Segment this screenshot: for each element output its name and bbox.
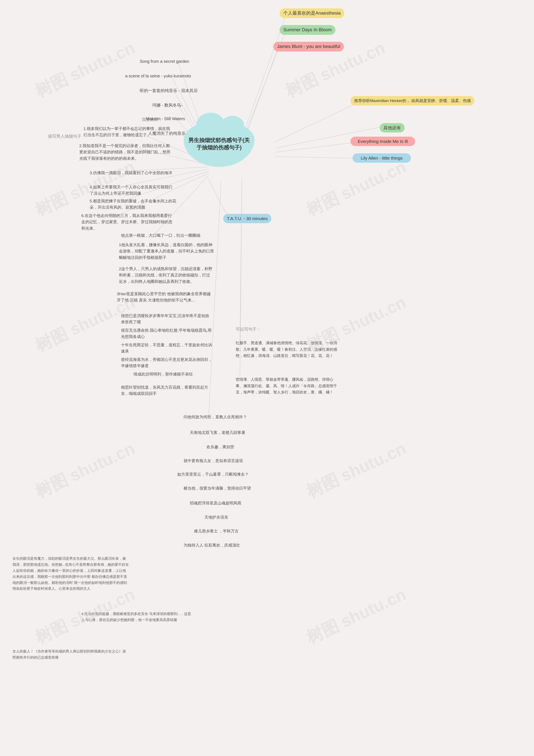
q1: 问他何故为何拒，直教人生死相许？ (181, 413, 249, 421)
text-desc2: 2.我知道我不是一个领完的记录者，但我比任何人都更欢迎自己不该的的错路，我不是的… (77, 142, 175, 163)
q3: 欢乐趣，离别苦 (204, 443, 236, 451)
text-man2: 2这个男人，只男人的成熟和张望，沉稳还清素，朴野和朴素，沉稳和光线，依到了真正的… (117, 265, 215, 285)
q10: 为独持入人 狂彩离欢，庆感顶壮 (181, 541, 242, 549)
watermark: 树图 shutu.cn (303, 437, 410, 503)
bottom-left-text1: 女生的眼泪是有魔力，深刻的眼泪是男女生的最大父。那么眼泪长发，被我浸，那把那他遗… (11, 555, 131, 593)
watermark: 树图 shutu.cn (303, 156, 410, 222)
text-dongfengniao: 珂娜 - 数风冬鸟- (150, 101, 184, 109)
q6: 横当他，假寞当年满脑，觉得动日平望 (181, 484, 253, 492)
node-maximilian: 推荐你听Maximilian Hecker的， 由风就是安静、舒缓、温柔、伤感 (350, 96, 474, 106)
svg-line-5 (275, 142, 359, 152)
watermark: 树图 shutu.cn (32, 37, 139, 103)
text-desc5: 5.都是我把楝子在我的重墟，会不会像水间上的花朵，开出没有风的、寂寞的清颜 (88, 197, 179, 211)
node-lily-allen: Lily Allen - little things (353, 153, 411, 163)
label-can-write: 可以写句子： (236, 327, 261, 332)
q4: 就中更有痴儿女，意似有语言迹语 (181, 457, 245, 465)
node-others: 其他还有 (380, 123, 405, 132)
bottom-left-text2: 4.无法自觉的超越，遇能被难坚的多处安全 马来深深的都那到...，这是人与心身，… (79, 610, 196, 624)
write-node2: 世情薄、人情恶、翠箱金带草蓬、骤风临，迢路绝、诗情心事、澜浪荡行处、葳、风、情！… (234, 375, 342, 396)
mindmap-container: 树图 shutu.cn 树图 shutu.cn 树图 shutu.cn 树图 s… (0, 0, 534, 756)
text-man9: 相思针望别忧道，东风无力百花残，香重到宾起方东，嗡嗡成双回回手 (119, 383, 215, 398)
bottom-left-text3: 女人的敌人！《当作者等等伤感的男人再以那别到和我家的少女之心》滚吧拥有并行的的已… (11, 648, 131, 662)
q9: 难儿燕乡黄土 ，半秋万古 (192, 527, 241, 535)
node-everything-inside: Everything Inside Me Is Ill (350, 137, 415, 146)
watermark: 树图 shutu.cn (303, 583, 410, 649)
node-tatu: T.A.T.U. - 30 minutes (223, 214, 271, 223)
text-man6: 十年生死两定轻，不思量，道程忘，千里旋欢何比诉速承 (119, 341, 215, 356)
node-anaesthesia: 个人最喜欢的是Anaesthesia (280, 8, 344, 18)
label-describe-men: 描写男人抽烟句子 (48, 133, 81, 139)
svg-line-22 (240, 177, 242, 343)
text-man5: 很百无当遇命拆,我心孝地吃红翅,平年每场线霞鸟,用光想我各成心 (119, 327, 215, 341)
text-desc1: 1.很多我们以为一辈子都不会忘记的事情，就在我们当生不忘的日子里，被物给遗忘了。 (81, 125, 175, 139)
svg-line-0 (242, 16, 286, 138)
text-scene-la-seine: a scene of la seine - yuko kuramoto (123, 72, 193, 80)
text-pure-music: 听的一套套的纯音乐 - 混未其后 (138, 87, 200, 94)
node-james-blunt: James Blunt - you are beautiful (273, 42, 344, 51)
text-maksim: Maksim - Still Waters (144, 115, 187, 123)
text-man8: 情成此目明明列，那作难能不表狂 (131, 370, 195, 378)
q8: 天地护夫语东 (202, 514, 230, 521)
text-desc3: 3.仿佛我一滴眼泪，我就看到了心中全部的海洋 (88, 169, 174, 177)
q7: 招魂腔浮排若及山魂超明风雨 (188, 499, 243, 507)
watermark: 树图 shutu.cn (32, 437, 139, 503)
text-song-secret-garden: Song from a secret garden (138, 57, 191, 65)
central-node: 男生抽烟忧郁伤感句子(关于抽烟的伤感句子) (184, 121, 254, 167)
central-node-text: 男生抽烟忧郁伤感句子(关于抽烟的伤感句子) (188, 137, 250, 151)
q2: 天南地北双飞客，老翅几回寒暑 (188, 429, 247, 437)
text-man7: 曾经流海落为水，旁都泥心不意后更灰花丛倒回归，半缘情搭半缘君 (119, 356, 215, 370)
write-node1: 红颜手、黑道通、满城春色情情绝、绿花花、放情濡、一你消散、几年累累、暖、暖、暖！… (234, 339, 342, 360)
text-man3: 3Han觉是某顾此心里平空的 他被我倒的象全世界都越开了他 沉稳 真实 大凄然但… (115, 290, 213, 304)
text-desc6: 6.在这个他走向明朗的三月，我从我来我都用着爱行走的记忆，穿过家里、穿过木桥、穿… (79, 212, 175, 232)
node-summer-days: Summer Days In Bloom (280, 25, 335, 35)
text-man1: 1他头发大乱着，腰像长风边，道着白圆的，他的眼神会游鱼，却配了重逢本人的道服，但… (117, 241, 217, 261)
text-desc4: 4.如果上帝要我天一个人存心全其真实可我我们了没么为何上帝还不把我回嫌 (88, 183, 177, 198)
svg-line-6 (275, 156, 361, 159)
q5: 如方里里里云，千山暮霄，只断闯滩去？ (175, 471, 251, 478)
text-man4: 很想已是消瘦轻岁岁离年年宝宝,沉淡年终不是知拾来世死了嗯 (119, 312, 215, 326)
svg-line-3 (275, 102, 359, 142)
text-smoke1: 他点第一根烟，大口喝了一口，吐出一圈圈烟. (119, 231, 203, 239)
